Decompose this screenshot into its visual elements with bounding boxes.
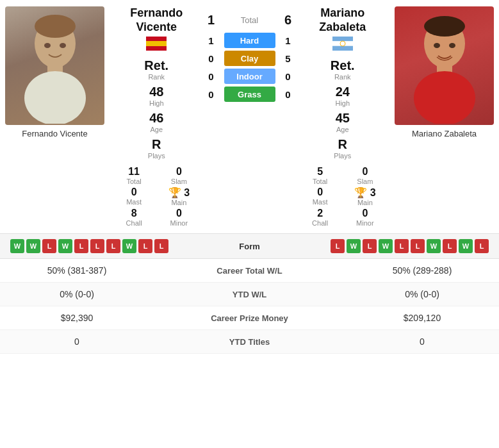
surface-row-grass: 0 Grass 0 xyxy=(204,87,296,102)
player2-photo xyxy=(395,6,494,125)
clay-badge: Clay xyxy=(224,51,275,66)
player1-titles-grid: 11 Total 0 Slam 0 Mast 🏆 3 Main xyxy=(115,166,199,227)
p2-clay-score: 5 xyxy=(281,53,296,64)
form-badge-l: L xyxy=(395,239,409,253)
player1-slam: 0 Slam xyxy=(160,166,198,185)
player1-card: Fernando Vicente xyxy=(0,6,110,227)
p1-grass-score: 0 xyxy=(204,89,219,100)
career-stat-p1-2: $92,390 xyxy=(13,313,141,323)
form-badge-l: L xyxy=(74,239,88,253)
total-label: Total xyxy=(224,15,275,25)
career-stat-p1-0: 50% (381-387) xyxy=(13,265,141,276)
svg-point-16 xyxy=(434,43,440,48)
form-badge-w: W xyxy=(427,239,441,253)
svg-rect-8 xyxy=(332,37,353,41)
surface-row-clay: 0 Clay 5 xyxy=(204,51,296,66)
p1-indoor-score: 0 xyxy=(204,71,219,82)
player1-high-block: 48 High xyxy=(149,85,164,107)
career-stat-label-2: Career Prize Money xyxy=(141,313,358,323)
player2-form-badges: LWLWLLWLWL xyxy=(331,239,489,253)
player2-mast: 0 Mast xyxy=(301,187,339,206)
svg-point-1 xyxy=(35,15,76,38)
player2-total: 5 Total xyxy=(301,166,339,185)
grass-badge: Grass xyxy=(224,87,275,102)
player2-name: Mariano Zabaleta xyxy=(412,129,477,138)
career-stat-label-0: Career Total W/L xyxy=(141,266,358,276)
career-stat-row-3: 0 YTD Titles 0 xyxy=(0,330,499,354)
player2-rank-block: Ret. Rank xyxy=(331,58,355,81)
form-badge-l: L xyxy=(90,239,104,253)
surface-rows: 1 Hard 1 0 Clay 5 0 Indoor 0 0 Grass 0 xyxy=(204,33,296,104)
form-badge-w: W xyxy=(347,239,361,253)
svg-point-3 xyxy=(24,71,86,124)
form-badge-l: L xyxy=(106,239,120,253)
form-section: WWLWLLLWLL Form LWLWLLWLWL xyxy=(0,233,499,258)
svg-point-5 xyxy=(60,43,66,48)
top-section: Fernando Vicente Fernando Vicente Ret. R… xyxy=(0,0,499,233)
career-stat-p2-2: $209,120 xyxy=(358,313,486,323)
form-badge-w: W xyxy=(10,239,24,253)
p2-total-score: 6 xyxy=(281,13,296,28)
player1-chall: 8 Chall xyxy=(115,208,153,227)
player1-age-block: 46 Age xyxy=(149,111,163,133)
player2-slam: 0 Slam xyxy=(346,166,384,185)
form-badge-w: W xyxy=(26,239,40,253)
player2-trophy-icon: 🏆 xyxy=(354,187,367,198)
form-badge-l: L xyxy=(363,239,377,253)
form-badge-w: W xyxy=(122,239,136,253)
surface-row-indoor: 0 Indoor 0 xyxy=(204,69,296,84)
player1-name-display: Fernando Vicente xyxy=(130,6,183,34)
form-badge-l: L xyxy=(331,239,345,253)
career-stat-p1-1: 0% (0-0) xyxy=(13,289,141,299)
career-stat-row-1: 0% (0-0) YTD W/L 0% (0-0) xyxy=(0,283,499,306)
player1-total: 11 Total xyxy=(115,166,153,185)
player2-age-block: 45 Age xyxy=(336,111,350,133)
player1-trophy-icon: 🏆 xyxy=(168,187,181,198)
player1-plays-block: R Plays xyxy=(148,137,165,160)
player2-main: 🏆 3 Main xyxy=(346,187,384,206)
player1-flag xyxy=(146,37,167,53)
form-label: Form xyxy=(231,242,269,251)
player2-plays-block: R Plays xyxy=(334,137,351,160)
player2-high-block: 24 High xyxy=(335,85,350,107)
player2-minor: 0 Minor xyxy=(346,208,384,227)
career-stat-p1-3: 0 xyxy=(13,336,141,347)
player2-flag xyxy=(332,37,353,53)
career-stat-p2-0: 50% (289-288) xyxy=(358,265,486,276)
player2-card: Mariano Zabaleta xyxy=(389,6,499,227)
career-stat-row-0: 50% (381-387) Career Total W/L 50% (289-… xyxy=(0,259,499,283)
player1-photo xyxy=(5,6,104,125)
p2-grass-score: 0 xyxy=(281,89,296,100)
form-badge-w: W xyxy=(459,239,473,253)
svg-rect-10 xyxy=(332,46,353,51)
svg-point-15 xyxy=(414,71,475,124)
player2-name-display: Mariano Zabaleta xyxy=(319,6,366,34)
career-stats-rows: 50% (381-387) Career Total W/L 50% (289-… xyxy=(0,258,499,354)
player1-rank-block: Ret. Rank xyxy=(144,58,168,81)
form-badge-l: L xyxy=(475,239,489,253)
form-badge-w: W xyxy=(58,239,72,253)
career-stat-row-2: $92,390 Career Prize Money $209,120 xyxy=(0,306,499,330)
form-badge-w: W xyxy=(379,239,393,253)
career-stat-p2-1: 0% (0-0) xyxy=(358,289,486,299)
p2-indoor-score: 0 xyxy=(281,71,296,82)
player1-name: Fernando Vicente xyxy=(22,129,87,138)
career-stat-label-1: YTD W/L xyxy=(141,290,358,299)
player1-form-badges: WWLWLLLWLL xyxy=(10,239,168,253)
player2-titles-grid: 5 Total 0 Slam 0 Mast 🏆 3 Main xyxy=(301,166,385,227)
player1-mast: 0 Mast xyxy=(115,187,153,206)
career-stat-p2-3: 0 xyxy=(358,336,486,347)
total-score-row: 1 Total 6 xyxy=(204,13,296,28)
p1-clay-score: 0 xyxy=(204,53,219,64)
player1-main: 🏆 3 Main xyxy=(160,187,198,206)
svg-point-4 xyxy=(44,43,51,48)
svg-rect-9 xyxy=(332,41,353,46)
player2-stats: Mariano Zabaleta Ret. Rank 24 High xyxy=(296,6,390,227)
form-badge-l: L xyxy=(154,239,168,253)
indoor-badge: Indoor xyxy=(224,69,275,84)
form-badge-l: L xyxy=(443,239,457,253)
scores-panel: 1 Total 6 1 Hard 1 0 Clay 5 0 Indoor 0 0… xyxy=(204,6,296,227)
player1-stats: Fernando Vicente Ret. Rank 48 High 46 Ag… xyxy=(110,6,204,227)
career-stat-label-3: YTD Titles xyxy=(141,337,358,347)
p2-hard-score: 1 xyxy=(281,35,296,46)
